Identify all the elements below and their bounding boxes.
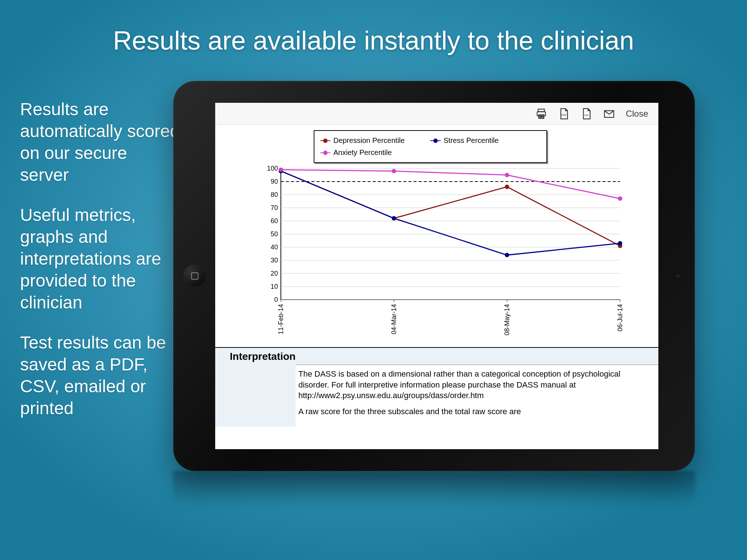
svg-text:PDF: PDF bbox=[561, 113, 567, 116]
svg-text:20: 20 bbox=[271, 270, 278, 277]
svg-text:100: 100 bbox=[267, 165, 278, 172]
ipad-frame: PDF csv Close Depression Percentile Stre… bbox=[173, 81, 695, 471]
toolbar: PDF csv Close bbox=[215, 103, 658, 125]
side-para-2: Useful metrics, graphs and interpretatio… bbox=[20, 204, 181, 314]
svg-text:30: 30 bbox=[271, 257, 278, 264]
svg-text:60: 60 bbox=[271, 217, 278, 225]
pdf-icon[interactable]: PDF bbox=[556, 106, 572, 121]
interpretation-heading: Interpretation bbox=[230, 351, 658, 362]
home-button[interactable] bbox=[183, 265, 206, 287]
interpretation-section: Interpretation The DASS is based on a di… bbox=[215, 347, 658, 427]
svg-text:csv: csv bbox=[584, 113, 589, 116]
svg-text:11-Feb-14: 11-Feb-14 bbox=[277, 304, 285, 334]
svg-text:70: 70 bbox=[271, 204, 278, 211]
interpretation-p1: The DASS is based on a dimensional rathe… bbox=[298, 369, 651, 401]
svg-text:08-May-14: 08-May-14 bbox=[503, 304, 511, 335]
svg-text:90: 90 bbox=[271, 178, 278, 185]
svg-text:0: 0 bbox=[274, 296, 278, 303]
line-chart: 010203040506070809010011-Feb-1404-Mar-14… bbox=[215, 125, 658, 347]
svg-text:40: 40 bbox=[271, 244, 278, 251]
svg-point-51 bbox=[505, 173, 509, 177]
interpretation-body: The DASS is based on a dimensional rathe… bbox=[295, 365, 658, 427]
camera-dot bbox=[676, 274, 680, 278]
svg-text:80: 80 bbox=[271, 191, 278, 198]
email-icon[interactable] bbox=[601, 106, 617, 121]
marketing-copy: Results are automatically scored on our … bbox=[20, 98, 181, 438]
csv-icon[interactable]: csv bbox=[579, 106, 594, 121]
print-icon[interactable] bbox=[534, 106, 549, 121]
svg-point-43 bbox=[505, 184, 509, 189]
interpretation-p2: A raw score for the three subscales and … bbox=[298, 406, 651, 417]
svg-point-52 bbox=[618, 197, 622, 201]
side-para-1: Results are automatically scored on our … bbox=[20, 98, 181, 186]
svg-text:04-Mar-14: 04-Mar-14 bbox=[390, 304, 398, 334]
svg-text:50: 50 bbox=[271, 230, 278, 238]
chart-area: Depression Percentile Stress Percentile … bbox=[215, 125, 658, 347]
close-button[interactable]: Close bbox=[626, 109, 648, 119]
page-title: Results are available instantly to the c… bbox=[0, 26, 747, 55]
svg-text:10: 10 bbox=[271, 283, 278, 290]
svg-point-47 bbox=[505, 253, 509, 257]
svg-text:06-Jul-14: 06-Jul-14 bbox=[616, 304, 624, 331]
side-para-3: Test results can be saved as a PDF, CSV,… bbox=[20, 332, 181, 419]
svg-point-46 bbox=[392, 216, 396, 221]
svg-point-50 bbox=[392, 169, 396, 173]
svg-point-48 bbox=[618, 241, 622, 245]
svg-point-49 bbox=[279, 168, 283, 172]
app-screen: PDF csv Close Depression Percentile Stre… bbox=[215, 103, 658, 449]
